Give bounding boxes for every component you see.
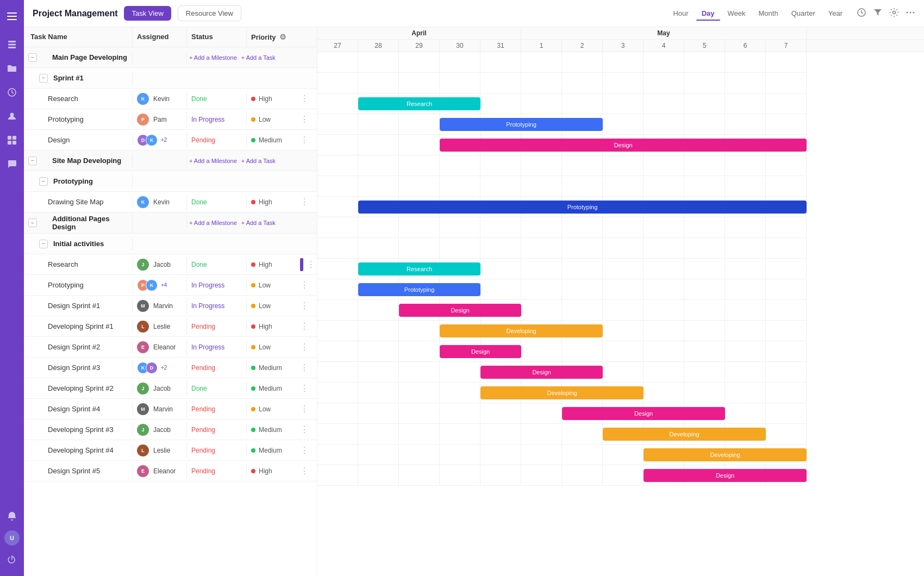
more-actions-design-sprint4[interactable]: ⋮ bbox=[296, 402, 314, 416]
three-dots-research-1[interactable]: ⋮ bbox=[300, 94, 309, 103]
three-dots-design-sprint4[interactable]: ⋮ bbox=[300, 404, 309, 414]
collapse-btn-sprint1[interactable]: − bbox=[39, 74, 48, 83]
resource-view-button[interactable]: Resource View bbox=[178, 5, 241, 21]
more-actions-developing-sprint3[interactable]: ⋮ bbox=[296, 422, 314, 437]
sidebar-folder-icon[interactable] bbox=[2, 59, 22, 78]
gantt-bar-developing-sprint2[interactable]: Developing bbox=[480, 386, 644, 399]
gear-icon[interactable]: ⚙ bbox=[279, 33, 286, 41]
assigned-cell-drawing: K Kevin bbox=[133, 194, 187, 210]
add-task-btn-additional[interactable]: + Add a Task bbox=[241, 220, 276, 226]
settings-icon[interactable] bbox=[889, 8, 899, 20]
add-milestone-btn-main-page[interactable]: + Add a Milestone bbox=[189, 54, 237, 61]
three-dots-design-1[interactable]: ⋮ bbox=[300, 135, 309, 145]
sidebar: U bbox=[0, 0, 24, 576]
more-actions-research-1[interactable]: ⋮ bbox=[296, 91, 314, 106]
more-actions-developing-sprint4[interactable]: ⋮ bbox=[296, 443, 314, 458]
tab-quarter[interactable]: Quarter bbox=[786, 7, 821, 20]
three-dots-design-sprint1[interactable]: ⋮ bbox=[300, 301, 309, 310]
gantt-bar-research-initial[interactable]: Research bbox=[358, 262, 480, 276]
three-dots-design-sprint5[interactable]: ⋮ bbox=[300, 466, 309, 475]
more-actions-design-1[interactable]: ⋮ bbox=[296, 133, 314, 147]
tab-hour[interactable]: Hour bbox=[667, 7, 694, 20]
priority-cell-developing-sprint2: Medium bbox=[247, 383, 296, 395]
filter-icon[interactable] bbox=[873, 8, 883, 20]
more-actions-design-sprint2[interactable]: ⋮ bbox=[296, 340, 314, 354]
gantt-bar-drawing[interactable]: Prototyping bbox=[358, 201, 807, 214]
collapse-btn-sitemap[interactable]: − bbox=[28, 156, 37, 165]
gantt-cell bbox=[644, 52, 684, 73]
three-dots-developing-sprint2[interactable]: ⋮ bbox=[300, 384, 309, 393]
tab-week[interactable]: Week bbox=[722, 7, 751, 20]
three-dots-developing-sprint4[interactable]: ⋮ bbox=[300, 446, 309, 455]
three-dots-design-sprint2[interactable]: ⋮ bbox=[300, 342, 309, 352]
sidebar-power-icon[interactable] bbox=[2, 550, 22, 569]
clock-icon[interactable] bbox=[857, 8, 866, 20]
task-cell-design-sprint2: Design Sprint #2 bbox=[24, 341, 133, 353]
priority-dot-drawing bbox=[251, 200, 255, 204]
collapse-btn-initial[interactable]: − bbox=[39, 240, 48, 248]
gantt-bar-design-1[interactable]: Design bbox=[440, 139, 807, 152]
priority-text-developing-sprint1: High bbox=[259, 323, 272, 330]
add-task-btn-sitemap[interactable]: + Add a Task bbox=[241, 158, 276, 164]
gantt-bar-developing-sprint4[interactable]: Developing bbox=[644, 448, 807, 461]
three-dots-prototyping-1[interactable]: ⋮ bbox=[300, 115, 309, 124]
priority-cell-developing-sprint3: Medium bbox=[247, 424, 296, 436]
three-dots-drawing[interactable]: ⋮ bbox=[300, 197, 309, 206]
gantt-bar-design-sprint1[interactable]: Design bbox=[399, 304, 521, 317]
add-milestone-btn-sitemap[interactable]: + Add a Milestone bbox=[189, 158, 237, 164]
gantt-bar-design-sprint3[interactable]: Design bbox=[480, 366, 603, 379]
three-dots-research-initial[interactable]: ⋮ bbox=[307, 259, 316, 270]
more-actions-prototyping-1[interactable]: ⋮ bbox=[296, 112, 314, 127]
gantt-row-main-page-group bbox=[317, 52, 807, 73]
collapse-btn-prototyping-sub[interactable]: − bbox=[39, 177, 48, 186]
count-badge-design-1: +2 bbox=[161, 137, 167, 143]
tab-month[interactable]: Month bbox=[753, 7, 784, 20]
more-actions-design-sprint1[interactable]: ⋮ bbox=[296, 298, 314, 313]
three-dots-developing-sprint1[interactable]: ⋮ bbox=[300, 322, 309, 331]
more-actions-developing-sprint1[interactable]: ⋮ bbox=[296, 319, 314, 334]
gantt-bar-developing-sprint1[interactable]: Developing bbox=[440, 324, 603, 337]
collapse-btn-additional[interactable]: − bbox=[28, 218, 37, 227]
gantt-bar-developing-sprint3[interactable]: Developing bbox=[603, 428, 766, 441]
more-actions-drawing[interactable]: ⋮ bbox=[296, 195, 314, 209]
sidebar-bell-icon[interactable] bbox=[2, 506, 22, 526]
gantt-bar-prototyping-initial[interactable]: Prototyping bbox=[358, 283, 480, 296]
assignee-name-developing-sprint4: Leslie bbox=[153, 447, 170, 454]
sidebar-clock-icon[interactable] bbox=[2, 83, 22, 102]
sidebar-list-icon[interactable] bbox=[2, 35, 22, 54]
priority-cell-design-sprint5: High bbox=[247, 465, 296, 477]
gantt-bar-design-sprint5[interactable]: Design bbox=[644, 469, 807, 482]
sidebar-user-icon[interactable] bbox=[2, 107, 22, 126]
avatar-leslie-1: L bbox=[137, 321, 149, 333]
three-dots-design-sprint3[interactable]: ⋮ bbox=[300, 363, 309, 372]
gantt-row-research-initial: Research bbox=[317, 259, 807, 279]
add-task-btn-main-page[interactable]: + Add a Task bbox=[241, 54, 276, 61]
three-dots-prototyping-initial[interactable]: ⋮ bbox=[300, 280, 309, 290]
tab-day[interactable]: Day bbox=[696, 7, 720, 20]
sidebar-grid-icon[interactable] bbox=[2, 130, 22, 150]
sidebar-chat-icon[interactable] bbox=[2, 154, 22, 174]
task-row-research-1: Research K Kevin Done High ⋮ bbox=[24, 89, 317, 109]
more-actions-prototyping-initial[interactable]: ⋮ bbox=[296, 278, 314, 292]
task-cell-design-sprint3: Design Sprint #3 bbox=[24, 361, 133, 374]
gantt-bar-design-sprint2[interactable]: Design bbox=[440, 345, 521, 358]
more-icon[interactable] bbox=[906, 8, 915, 20]
task-row-design-1: Design D K +2 Pending Medium ⋮ bbox=[24, 130, 317, 151]
three-dots-developing-sprint3[interactable]: ⋮ bbox=[300, 425, 309, 434]
add-milestone-btn-additional[interactable]: + Add a Milestone bbox=[189, 220, 237, 226]
more-actions-research-initial[interactable]: ⋮ bbox=[296, 256, 317, 273]
more-actions-design-sprint5[interactable]: ⋮ bbox=[296, 464, 314, 478]
more-actions-design-sprint3[interactable]: ⋮ bbox=[296, 360, 314, 375]
user-avatar[interactable]: U bbox=[4, 530, 20, 546]
collapse-btn-main-page[interactable]: − bbox=[28, 53, 37, 62]
gantt-bar-design-sprint4[interactable]: Design bbox=[562, 407, 725, 420]
task-view-button[interactable]: Task View bbox=[124, 6, 171, 21]
gantt-cell bbox=[725, 73, 766, 93]
gantt-bar-research-1[interactable]: Research bbox=[358, 97, 480, 110]
more-actions-developing-sprint2[interactable]: ⋮ bbox=[296, 381, 314, 396]
tab-year[interactable]: Year bbox=[823, 7, 848, 20]
status-cell-developing-sprint2: Done bbox=[187, 382, 247, 395]
sidebar-menu-icon[interactable] bbox=[2, 7, 22, 26]
gantt-day-31: 31 bbox=[480, 40, 521, 52]
gantt-bar-prototyping-1[interactable]: Prototyping bbox=[440, 118, 603, 131]
